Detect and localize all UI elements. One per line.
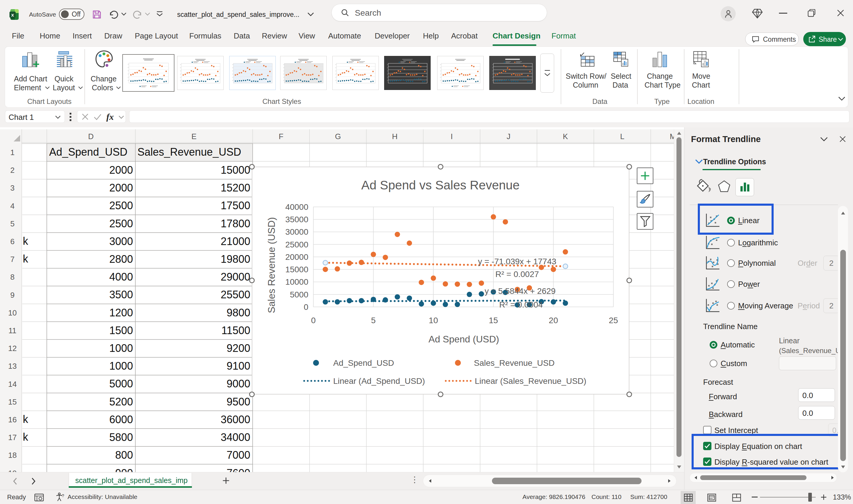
svg-text:10000: 10000	[285, 277, 308, 287]
svg-text:25000: 25000	[285, 240, 308, 249]
svg-text:10: 10	[429, 316, 438, 325]
svg-text:Ad Spend (USD): Ad Spend (USD)	[429, 334, 499, 344]
svg-text:40000: 40000	[285, 202, 308, 212]
svg-text:0: 0	[311, 316, 316, 325]
svg-text:Sales_Revenue_USD: Sales_Revenue_USD	[474, 358, 555, 367]
svg-text:Linear (Ad_Spend_USD): Linear (Ad_Spend_USD)	[333, 376, 425, 385]
svg-text:20: 20	[549, 316, 558, 325]
svg-text:15: 15	[489, 316, 498, 325]
svg-text:y = 5.5844x + 2629: y = 5.5844x + 2629	[485, 287, 556, 296]
svg-text:35000: 35000	[285, 215, 308, 224]
svg-text:25: 25	[609, 316, 618, 325]
svg-text:30000: 30000	[285, 227, 308, 236]
svg-text:5: 5	[371, 316, 376, 325]
svg-text:15000: 15000	[285, 265, 308, 274]
svg-text:Sales Revenue (USD): Sales Revenue (USD)	[266, 217, 277, 313]
svg-text:R² = 0.0027: R² = 0.0027	[495, 270, 539, 279]
svg-text:x: x	[11, 12, 14, 18]
svg-text:R² = 0.0004: R² = 0.0004	[499, 300, 543, 309]
svg-text:Linear (Sales_Revenue_USD): Linear (Sales_Revenue_USD)	[475, 376, 587, 385]
svg-text:y = -71.039x + 17743: y = -71.039x + 17743	[478, 257, 557, 266]
svg-text:Ad Spend vs Sales Revenue: Ad Spend vs Sales Revenue	[361, 178, 520, 192]
svg-text:Ad_Spend_USD: Ad_Spend_USD	[333, 358, 394, 367]
svg-text:0: 0	[303, 303, 308, 312]
svg-text:5000: 5000	[290, 290, 308, 299]
svg-text:?: ?	[62, 493, 64, 498]
svg-text:20000: 20000	[285, 252, 308, 262]
